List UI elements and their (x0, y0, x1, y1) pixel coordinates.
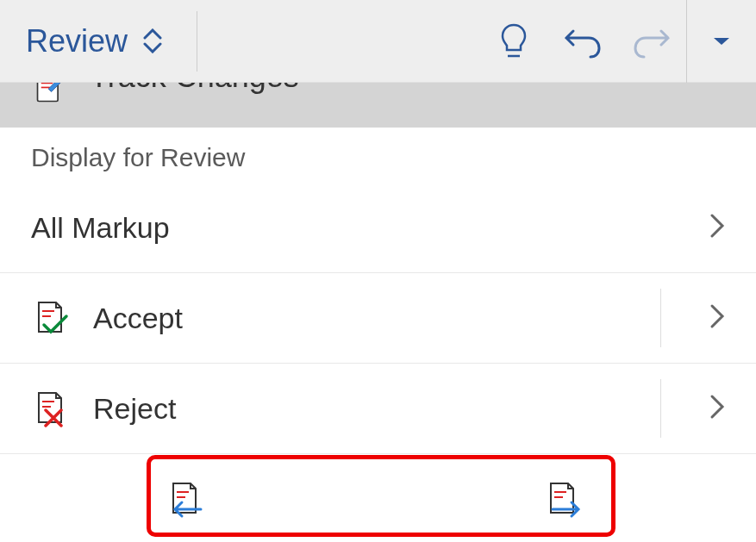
dropdown-icon (712, 35, 731, 47)
previous-change-button[interactable] (165, 480, 206, 521)
all-markup-row[interactable]: All Markup (0, 183, 756, 273)
reject-icon (31, 389, 71, 427)
tell-me-button[interactable] (479, 0, 548, 82)
next-change-button[interactable] (542, 480, 584, 521)
tab-label: Review (26, 23, 128, 59)
accept-row[interactable]: Accept (0, 273, 756, 364)
all-markup-label: All Markup (31, 211, 170, 245)
undo-button[interactable] (548, 0, 617, 82)
track-changes-icon (33, 83, 66, 103)
doc-next-icon (542, 480, 584, 521)
accept-label: Accept (93, 302, 183, 335)
chevron-right-icon (709, 394, 725, 423)
display-for-review-label: Display for Review (0, 128, 756, 183)
divider (660, 379, 661, 438)
divider (197, 11, 197, 72)
track-changes-row[interactable]: Track Changes (0, 83, 756, 128)
chevron-right-icon (709, 213, 725, 242)
accept-icon (31, 299, 71, 337)
lightbulb-icon (498, 22, 529, 61)
undo-icon (563, 24, 603, 59)
reject-row[interactable]: Reject (0, 364, 756, 454)
tab-review[interactable]: Review (0, 0, 188, 82)
track-changes-label: Track Changes (90, 83, 299, 95)
redo-button (617, 0, 686, 82)
divider (660, 289, 661, 347)
doc-prev-icon (165, 480, 206, 521)
navigation-row (0, 454, 756, 542)
toolbar-header: Review (0, 0, 756, 83)
more-menu-button[interactable] (687, 0, 756, 82)
reject-label: Reject (93, 392, 176, 426)
chevron-right-icon (709, 303, 725, 333)
updown-icon (143, 28, 162, 53)
redo-icon (632, 24, 672, 59)
